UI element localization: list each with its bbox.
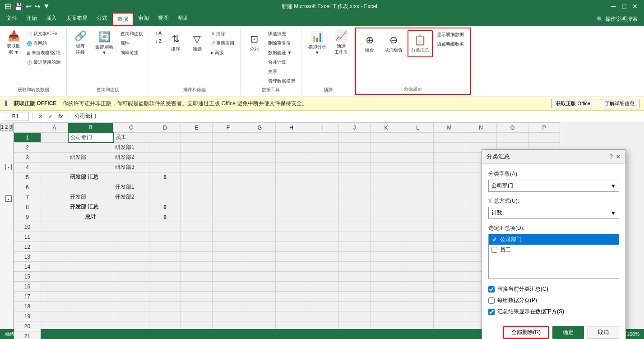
cell-G1[interactable] bbox=[244, 133, 276, 143]
cell-E6[interactable] bbox=[181, 182, 213, 192]
cell-F6[interactable] bbox=[213, 182, 244, 192]
cell-A1[interactable] bbox=[41, 133, 68, 143]
cell-K5[interactable] bbox=[371, 172, 402, 182]
btn-relationships[interactable]: 关系 bbox=[266, 67, 297, 76]
btn-from-table[interactable]: ⊞来自表格/区域 bbox=[24, 48, 63, 57]
cell-A4[interactable] bbox=[41, 163, 68, 172]
cell-I2[interactable] bbox=[307, 143, 339, 153]
col-N[interactable]: N bbox=[465, 123, 497, 133]
btn-subtotal[interactable]: 📋 分类汇总 bbox=[408, 30, 433, 57]
cell-G8[interactable] bbox=[244, 202, 276, 212]
tab-home[interactable]: 开始 bbox=[22, 13, 42, 26]
cell-G2[interactable] bbox=[244, 143, 276, 153]
cell-F7[interactable] bbox=[213, 192, 244, 202]
tab-layout[interactable]: 页面布局 bbox=[61, 13, 92, 26]
formula-insert-icon[interactable]: fx bbox=[56, 113, 65, 120]
listbox-item-0[interactable]: 公司部门 bbox=[489, 234, 619, 245]
close-btn[interactable]: ✕ bbox=[630, 2, 639, 11]
cell-A8[interactable] bbox=[41, 202, 68, 212]
cell-G7[interactable] bbox=[244, 192, 276, 202]
btn-reapply[interactable]: ↺ 重新应用 bbox=[209, 39, 236, 48]
cell-H4[interactable] bbox=[276, 163, 307, 172]
btn-advanced[interactable]: ▸ 高级 bbox=[209, 48, 236, 57]
cell-D7[interactable] bbox=[149, 192, 181, 202]
cell-L9[interactable] bbox=[402, 212, 434, 222]
level-btn-3[interactable]: 3 bbox=[9, 124, 13, 131]
cell-K8[interactable] bbox=[371, 202, 402, 212]
cell-D2[interactable] bbox=[149, 143, 181, 153]
col-K[interactable]: K bbox=[371, 123, 402, 133]
cell-H5[interactable] bbox=[276, 172, 307, 182]
cell-E9[interactable] bbox=[181, 212, 213, 222]
tab-help[interactable]: 帮助 bbox=[173, 13, 193, 26]
cell-G3[interactable] bbox=[244, 153, 276, 163]
cell-M8[interactable] bbox=[434, 202, 465, 212]
cell-F1[interactable] bbox=[213, 133, 244, 143]
cell-D4[interactable] bbox=[149, 163, 181, 172]
level-btn-1[interactable]: 1 bbox=[0, 124, 4, 131]
cell-G9[interactable] bbox=[244, 212, 276, 222]
cell-A2[interactable] bbox=[41, 143, 68, 153]
cell-K4[interactable] bbox=[371, 163, 402, 172]
tab-view[interactable]: 视图 bbox=[153, 13, 173, 26]
cell-D5[interactable]: 0 bbox=[149, 172, 181, 182]
btn-get-data[interactable]: 📥 获取数据 ▼ bbox=[4, 29, 23, 56]
listbox-checkbox-0[interactable] bbox=[491, 237, 497, 242]
cell-J8[interactable] bbox=[339, 202, 371, 212]
cell-I4[interactable] bbox=[307, 163, 339, 172]
checkbox-pagebreak-input[interactable] bbox=[488, 297, 495, 304]
cell-B5[interactable]: 研发部 汇总 bbox=[68, 172, 113, 182]
col-C[interactable]: C bbox=[113, 123, 149, 133]
row-9-header[interactable]: 9 bbox=[14, 212, 41, 222]
tab-file[interactable]: 文件 bbox=[2, 13, 22, 26]
btn-ok[interactable]: 确定 bbox=[552, 326, 584, 339]
col-D[interactable]: D bbox=[149, 123, 181, 133]
cell-C1[interactable]: 员工 bbox=[113, 133, 149, 143]
cell-A3[interactable] bbox=[41, 153, 68, 163]
col-M[interactable]: M bbox=[434, 123, 465, 133]
cell-K2[interactable] bbox=[371, 143, 402, 153]
btn-recent-source[interactable]: 🕐最近使用的源 bbox=[24, 58, 63, 67]
cell-K7[interactable] bbox=[371, 192, 402, 202]
cell-H7[interactable] bbox=[276, 192, 307, 202]
cell-E1[interactable] bbox=[181, 133, 213, 143]
cell-P1[interactable] bbox=[528, 133, 560, 143]
cell-N1[interactable] bbox=[465, 133, 497, 143]
btn-consolidate[interactable]: 合并计算 bbox=[266, 58, 297, 67]
cell-M1[interactable] bbox=[434, 133, 465, 143]
cell-B6[interactable] bbox=[68, 182, 113, 192]
level-btn-2[interactable]: 2 bbox=[5, 124, 9, 131]
btn-sort-desc[interactable]: ↓ Z bbox=[153, 37, 164, 45]
tab-review[interactable]: 审阅 bbox=[134, 13, 153, 26]
cell-E8[interactable] bbox=[181, 202, 213, 212]
cell-F2[interactable] bbox=[213, 143, 244, 153]
maximize-btn[interactable]: □ bbox=[620, 2, 629, 11]
cell-O1[interactable] bbox=[497, 133, 528, 143]
tab-search[interactable]: 🔍 操作说明搜索 bbox=[592, 13, 642, 26]
cell-H3[interactable] bbox=[276, 153, 307, 163]
cell-L6[interactable] bbox=[402, 182, 434, 192]
col-J[interactable]: J bbox=[339, 123, 371, 133]
listbox-item-1[interactable]: 员工 bbox=[489, 245, 619, 255]
summary-dropdown[interactable]: 计数 ▼ bbox=[488, 207, 619, 219]
cell-C6[interactable]: 开发部1 bbox=[113, 182, 149, 192]
cell-B4[interactable] bbox=[68, 163, 113, 172]
cell-A9[interactable] bbox=[41, 212, 68, 222]
btn-refresh-all[interactable]: 🔄 全部刷新▼ bbox=[92, 29, 116, 56]
cell-K6[interactable] bbox=[371, 182, 402, 192]
btn-properties[interactable]: 属性 bbox=[118, 39, 145, 48]
cell-C9[interactable] bbox=[113, 212, 149, 222]
btn-delete-all[interactable]: 全部删除(R) bbox=[503, 326, 549, 339]
cell-H8[interactable] bbox=[276, 202, 307, 212]
row-6-header[interactable]: 6 bbox=[14, 182, 41, 192]
cell-L2[interactable] bbox=[402, 143, 434, 153]
cell-D6[interactable] bbox=[149, 182, 181, 192]
cell-M4[interactable] bbox=[434, 163, 465, 172]
cell-I8[interactable] bbox=[307, 202, 339, 212]
cell-F4[interactable] bbox=[213, 163, 244, 172]
cell-K3[interactable] bbox=[371, 153, 402, 163]
cell-K1[interactable] bbox=[371, 133, 402, 143]
col-P[interactable]: P bbox=[528, 123, 560, 133]
btn-forecast[interactable]: 📈 预测工作表 bbox=[331, 29, 351, 56]
cell-H1[interactable] bbox=[276, 133, 307, 143]
